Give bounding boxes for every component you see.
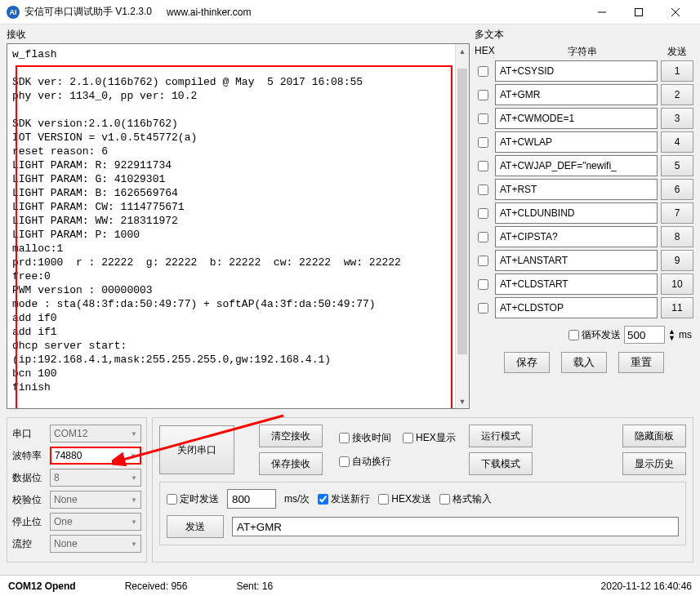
port-row-select[interactable]: None▼	[50, 491, 141, 509]
website-url: www.ai-thinker.com	[167, 7, 251, 18]
cmd-text-input[interactable]	[495, 297, 658, 318]
port-row-select[interactable]: 8▼	[50, 469, 141, 487]
spinner-icon[interactable]: ▲▼	[668, 328, 675, 341]
cmd-send-button[interactable]: 1	[661, 60, 693, 82]
reset-presets-button[interactable]: 重置	[618, 352, 664, 373]
hex-send-label: HEX发送	[391, 492, 431, 506]
scroll-thumb[interactable]	[457, 69, 467, 354]
cmd-send-button[interactable]: 6	[661, 179, 693, 200]
receive-time-label: 接收时间	[352, 431, 391, 445]
scroll-down-icon[interactable]: ▼	[456, 394, 469, 408]
cmd-hex-checkbox[interactable]	[478, 185, 488, 195]
cmd-hex-checkbox[interactable]	[478, 256, 488, 266]
port-row-select[interactable]: COM12▼	[50, 425, 141, 443]
port-row-label: 流控	[12, 537, 47, 551]
timed-send-label: 定时发送	[180, 492, 219, 506]
cmd-hex-checkbox[interactable]	[478, 161, 488, 171]
status-sent: Sent: 16	[236, 580, 273, 592]
timed-unit-label: ms/次	[284, 492, 310, 506]
controls-group: 关闭串口 清空接收 保存接收 接收时间 HEX显示 自动换行 运行模式 下载模式	[152, 417, 693, 563]
cmd-text-input[interactable]	[495, 84, 658, 105]
cmd-hex-checkbox[interactable]	[478, 208, 488, 219]
cmd-hex-checkbox[interactable]	[478, 113, 488, 124]
cmd-hex-checkbox[interactable]	[478, 232, 488, 242]
save-receive-button[interactable]: 保存接收	[259, 452, 323, 475]
close-button[interactable]	[657, 1, 693, 24]
port-row-select[interactable]: 74880▼	[50, 447, 141, 465]
show-history-button[interactable]: 显示历史	[622, 452, 686, 475]
cmd-send-button[interactable]: 3	[661, 108, 693, 129]
cmd-hex-checkbox[interactable]	[478, 137, 488, 148]
cmd-send-button[interactable]: 7	[661, 202, 693, 224]
clear-receive-button[interactable]: 清空接收	[259, 425, 323, 447]
save-presets-button[interactable]: 保存	[504, 352, 550, 373]
timed-interval-input[interactable]	[227, 489, 276, 509]
loop-unit-label: ms	[679, 329, 692, 340]
cmd-send-button[interactable]: 4	[661, 131, 693, 153]
cmd-text-input[interactable]	[495, 108, 658, 129]
send-newline-checkbox[interactable]	[318, 494, 328, 505]
hex-display-label: HEX显示	[416, 431, 456, 445]
cmd-text-input[interactable]	[495, 202, 658, 224]
receive-label: 接收	[7, 26, 470, 43]
app-icon: AI	[7, 6, 20, 19]
receive-content: w_flash SDK ver: 2.1.0(116b762) compiled…	[7, 44, 469, 399]
cmd-text-input[interactable]	[495, 250, 658, 271]
close-port-button[interactable]: 关闭串口	[159, 425, 234, 474]
multitext-label: 多文本	[475, 26, 693, 43]
cmd-text-input[interactable]	[495, 179, 658, 200]
loop-send-checkbox[interactable]	[568, 330, 579, 340]
format-input-label: 格式输入	[453, 492, 492, 506]
status-received: Received: 956	[125, 580, 188, 592]
cmd-hex-checkbox[interactable]	[478, 279, 488, 290]
hide-panel-button[interactable]: 隐藏面板	[622, 425, 686, 447]
load-presets-button[interactable]: 载入	[561, 352, 607, 373]
col-hex-label: HEX	[475, 45, 504, 59]
cmd-send-button[interactable]: 5	[661, 155, 693, 176]
port-row-label: 校验位	[12, 493, 47, 507]
hex-display-checkbox[interactable]	[403, 433, 413, 443]
cmd-send-button[interactable]: 8	[661, 226, 693, 247]
auto-wrap-checkbox[interactable]	[339, 456, 350, 467]
scroll-up-icon[interactable]: ▲	[456, 44, 469, 58]
hex-send-checkbox[interactable]	[378, 494, 389, 505]
loop-send-label: 循环发送	[582, 328, 621, 342]
send-input[interactable]	[232, 517, 679, 536]
cmd-text-input[interactable]	[495, 226, 658, 247]
cmd-send-button[interactable]: 9	[661, 250, 693, 271]
status-timestamp: 2020-11-12 16:40:46	[601, 580, 692, 592]
col-string-label: 字符串	[504, 45, 661, 59]
run-mode-button[interactable]: 运行模式	[469, 425, 533, 447]
timed-send-checkbox[interactable]	[167, 494, 177, 505]
cmd-send-button[interactable]: 11	[661, 297, 693, 318]
cmd-text-input[interactable]	[495, 274, 658, 295]
scrollbar-vertical[interactable]: ▲ ▼	[455, 44, 469, 408]
format-input-checkbox[interactable]	[439, 494, 450, 505]
port-row-label: 串口	[12, 427, 47, 441]
cmd-hex-checkbox[interactable]	[478, 303, 488, 314]
download-mode-button[interactable]: 下载模式	[469, 452, 533, 475]
loop-interval-input[interactable]	[624, 326, 665, 344]
minimize-button[interactable]	[583, 1, 620, 24]
port-row-label: 数据位	[12, 471, 47, 485]
port-settings-group: 串口COM12▼波特率74880▼数据位8▼校验位None▼停止位One▼流控N…	[7, 417, 147, 563]
cmd-text-input[interactable]	[495, 155, 658, 176]
status-port: COM12 Opend	[8, 580, 76, 592]
send-newline-label: 发送新行	[331, 492, 370, 506]
send-button[interactable]: 发送	[167, 515, 224, 538]
receive-textarea[interactable]: w_flash SDK ver: 2.1.0(116b762) compiled…	[7, 43, 470, 409]
receive-time-checkbox[interactable]	[339, 433, 350, 443]
port-row-select[interactable]: One▼	[50, 513, 141, 531]
cmd-hex-checkbox[interactable]	[478, 90, 488, 100]
cmd-text-input[interactable]	[495, 60, 658, 82]
cmd-text-input[interactable]	[495, 131, 658, 153]
maximize-button[interactable]	[620, 1, 657, 24]
port-row-select[interactable]: None▼	[50, 535, 141, 553]
cmd-send-button[interactable]: 10	[661, 274, 693, 295]
col-send-label: 发送	[661, 45, 693, 59]
port-row-label: 停止位	[12, 515, 47, 529]
cmd-send-button[interactable]: 2	[661, 84, 693, 105]
cmd-hex-checkbox[interactable]	[478, 66, 488, 77]
svg-rect-1	[635, 8, 642, 16]
auto-wrap-label: 自动换行	[352, 455, 391, 469]
